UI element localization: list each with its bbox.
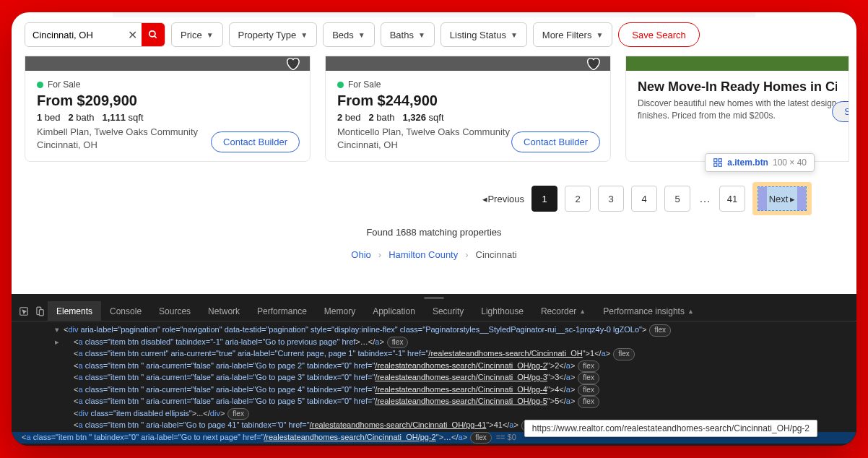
devtools-tab-elements[interactable]: Elements [48, 301, 101, 321]
devtools-tab-application[interactable]: Application [364, 301, 424, 321]
pagination-page-last[interactable]: 41 [719, 186, 745, 212]
device-frame: ✕ Price▼ Property Type▼ Beds▼ Baths▼ Lis… [12, 12, 856, 446]
promo-card[interactable]: New Move-In Ready Homes in Cincinna Disc… [625, 56, 849, 162]
inspect-element-icon[interactable] [16, 303, 32, 319]
svg-rect-4 [714, 163, 717, 166]
save-search-button[interactable]: Save Search [618, 22, 699, 47]
listing-specs: 2 bed 2 bath 1,326 sqft [337, 112, 599, 123]
breadcrumb: Ohio› Hamilton County› Cincinnati [12, 241, 856, 275]
svg-line-1 [155, 36, 157, 38]
promo-cta[interactable]: S [832, 101, 849, 122]
svg-rect-8 [39, 309, 43, 315]
breadcrumb-link[interactable]: Ohio [351, 249, 370, 260]
svg-rect-2 [714, 159, 717, 162]
pagination-page-1[interactable]: 1 [531, 186, 557, 212]
devtools-tab-perf-insights[interactable]: Performance insights ▲ [594, 301, 703, 321]
listing-image [326, 56, 610, 71]
pagination-next[interactable]: Next ▸ [758, 186, 807, 211]
listing-card[interactable]: For Sale From $209,900 1 bed 2 bath 1,11… [25, 56, 311, 162]
breadcrumb-link[interactable]: Hamilton County [389, 249, 458, 260]
breadcrumb-current: Cincinnati [476, 249, 517, 260]
results-count: Found 1688 matching properties [12, 215, 856, 241]
webpage: ✕ Price▼ Property Type▼ Beds▼ Baths▼ Lis… [12, 12, 856, 294]
devtools-tab-memory[interactable]: Memory [316, 301, 364, 321]
listing-price: From $244,900 [337, 92, 599, 109]
filter-baths[interactable]: Baths▼ [381, 22, 435, 47]
inspector-highlight: Next ▸ [752, 182, 812, 215]
listing-status: For Sale [37, 79, 298, 90]
search-bar: ✕ Price▼ Property Type▼ Beds▼ Baths▼ Lis… [12, 12, 856, 56]
svg-rect-3 [719, 159, 721, 162]
pagination: ◂ Previous 1 2 3 4 5 … 41 a.item.btn 100… [12, 162, 856, 215]
devtools-tab-network[interactable]: Network [199, 301, 248, 321]
pagination-page-2[interactable]: 2 [565, 186, 591, 212]
filter-property-type[interactable]: Property Type▼ [229, 22, 318, 47]
listing-specs: 1 bed 2 bath 1,111 sqft [37, 112, 298, 123]
svg-point-0 [149, 31, 155, 37]
promo-image [626, 56, 849, 71]
device-toggle-icon[interactable] [32, 303, 48, 319]
svg-rect-5 [719, 163, 721, 166]
devtools-tab-sources[interactable]: Sources [150, 301, 199, 321]
inspector-tooltip: a.item.btn 100 × 40 [705, 153, 815, 172]
link-hover-tooltip: https://www.realtor.com/realestateandhom… [524, 420, 817, 437]
devtools-tabs: Elements Console Sources Network Perform… [12, 301, 856, 321]
bg [113, 12, 755, 17]
search-input-wrap: ✕ [25, 22, 165, 47]
location-input[interactable] [25, 23, 123, 46]
contact-builder-button[interactable]: Contact Builder [211, 131, 300, 152]
devtools-drag-handle[interactable] [12, 294, 856, 301]
pagination-ellipsis: … [698, 192, 712, 205]
listing-price: From $209,900 [37, 92, 298, 109]
pagination-page-5[interactable]: 5 [664, 186, 690, 212]
search-button[interactable] [142, 23, 165, 46]
promo-desc: Discover beautiful new homes with the la… [638, 98, 837, 122]
clear-icon[interactable]: ✕ [123, 23, 142, 46]
pagination-previous[interactable]: ◂ Previous [482, 186, 524, 212]
devtools-tab-console[interactable]: Console [101, 301, 150, 321]
devtools-tab-recorder[interactable]: Recorder ▲ [532, 301, 594, 321]
devtools-tab-lighthouse[interactable]: Lighthouse [472, 301, 532, 321]
filter-listing-status[interactable]: Listing Status▼ [440, 22, 527, 47]
listing-image [25, 56, 310, 71]
devtools-tab-performance[interactable]: Performance [248, 301, 316, 321]
pagination-page-4[interactable]: 4 [631, 186, 657, 212]
devtools-tab-security[interactable]: Security [424, 301, 472, 321]
devtools-panel: Elements Console Sources Network Perform… [12, 294, 856, 446]
filter-more[interactable]: More Filters▼ [533, 22, 613, 47]
listing-status: For Sale [337, 79, 599, 90]
filter-beds[interactable]: Beds▼ [323, 22, 375, 47]
promo-title: New Move-In Ready Homes in Cincinna [638, 79, 837, 95]
listing-card[interactable]: For Sale From $244,900 2 bed 2 bath 1,32… [325, 56, 611, 162]
filter-price[interactable]: Price▼ [171, 22, 223, 47]
contact-builder-button[interactable]: Contact Builder [511, 131, 600, 152]
pagination-page-3[interactable]: 3 [598, 186, 624, 212]
listings-row: For Sale From $209,900 1 bed 2 bath 1,11… [12, 56, 856, 162]
